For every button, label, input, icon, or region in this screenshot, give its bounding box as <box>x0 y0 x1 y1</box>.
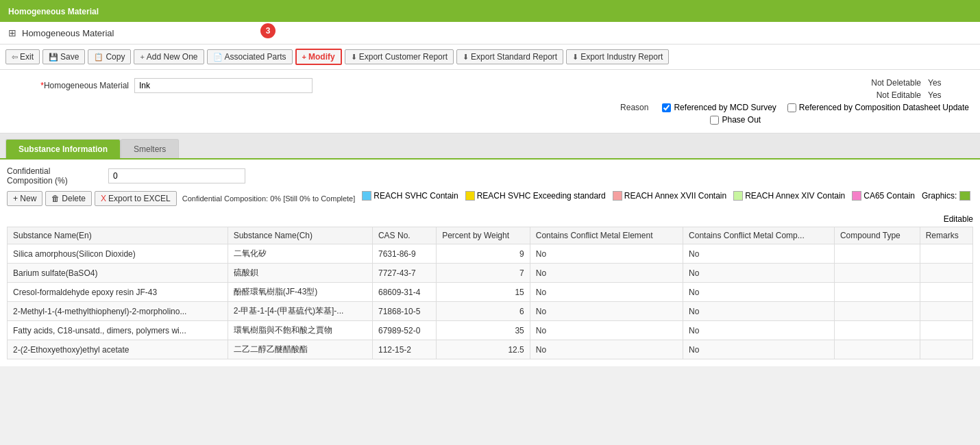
excel-icon: X <box>101 194 106 203</box>
tabs-container: Substance Information Smelters <box>0 134 980 158</box>
left-form: *Homogeneous Material <box>11 78 587 127</box>
add-new-button[interactable]: + Add New One <box>134 49 204 64</box>
cell-7 <box>920 244 972 264</box>
table-row[interactable]: 2-(2-Ethoxyethoxy)ethyl acetate二乙二醇乙醚醋酸酯… <box>8 340 973 359</box>
hm-label: *Homogeneous Material <box>11 78 134 90</box>
cell-0: 2-Methyl-1-(4-methylthiophenyl)-2-morpho… <box>8 302 228 321</box>
add-icon: + <box>140 53 144 61</box>
col-percent: Percent by Weight <box>437 227 530 244</box>
col-cas: CAS No. <box>372 227 436 244</box>
copy-button[interactable]: 📋 Copy <box>88 49 131 64</box>
export-excel-btn[interactable]: X Export to EXCEL <box>95 191 177 206</box>
cell-7 <box>920 340 972 359</box>
save-button[interactable]: 💾 Save <box>42 49 85 64</box>
reason-mcd-checkbox[interactable] <box>662 103 671 112</box>
legend-svhc-exceeding: REACH SVHC Exceeding standard <box>465 191 606 201</box>
cell-2: 112-15-2 <box>372 340 436 359</box>
cell-0: Silica amorphous(Silicon Dioxide) <box>8 244 228 264</box>
cell-3: 7 <box>437 264 530 283</box>
cell-4: No <box>530 321 683 340</box>
exit-button[interactable]: ⇦ Exit <box>5 49 40 64</box>
cell-3: 12.5 <box>437 340 530 359</box>
legend-ca65-box <box>852 191 861 201</box>
cell-3: 15 <box>437 283 530 302</box>
table-row[interactable]: 2-Methyl-1-(4-methylthiophenyl)-2-morpho… <box>8 302 973 321</box>
substance-table: Substance Name(En) Substance Name(Ch) CA… <box>7 227 973 359</box>
cell-1: 二氧化矽 <box>228 244 372 264</box>
table-row[interactable]: Barium sulfate(BaSO4)硫酸鋇7727-43-77NoNo <box>8 264 973 283</box>
phase-out-group: Phase Out <box>710 115 761 125</box>
graphics-box <box>959 191 970 201</box>
cell-2: 68609-31-4 <box>372 283 436 302</box>
modify-button[interactable]: + Modify <box>295 49 342 65</box>
legend-svhc-contain: REACH SVHC Contain <box>362 191 458 201</box>
cell-1: 2-甲基-1-[4-(甲基硫代)苯基]-... <box>228 302 372 321</box>
tab-smelters[interactable]: Smelters <box>121 139 179 158</box>
cell-1: 二乙二醇乙醚醋酸酯 <box>228 340 372 359</box>
not-deletable-value: Yes <box>928 78 969 88</box>
right-form: Not Deletable Yes Not Editable Yes Reaso… <box>587 78 969 127</box>
reason-row: Reason Referenced by MCD Survey Referenc… <box>587 103 969 112</box>
reason-composition-checkbox[interactable] <box>787 103 796 112</box>
cell-6 <box>834 340 920 359</box>
conf-comp-input[interactable] <box>108 168 245 183</box>
cell-1: 硫酸鋇 <box>228 264 372 283</box>
delete-btn[interactable]: 🗑 Delete <box>45 191 92 206</box>
hm-input[interactable] <box>134 78 313 93</box>
phase-out-checkbox[interactable] <box>710 116 719 125</box>
table-row[interactable]: Silica amorphous(Silicon Dioxide)二氧化矽763… <box>8 244 973 264</box>
tab-content-substance: ConfidentialComposition (%) + New 🗑 Dele… <box>0 158 980 366</box>
reason-checkboxes: Referenced by MCD Survey Referenced by C… <box>662 103 969 112</box>
subtoolbar: + New 🗑 Delete X Export to EXCEL Confide… <box>7 191 355 206</box>
col-remarks: Remarks <box>920 227 972 244</box>
parts-icon: 📄 <box>213 53 223 62</box>
cell-1: 酚醛環氧樹脂(JF-43型) <box>228 283 372 302</box>
reason-composition-label: Referenced by Composition Datasheet Upda… <box>799 103 969 112</box>
reason-mcd: Referenced by MCD Survey <box>662 103 776 112</box>
col-name-ch: Substance Name(Ch) <box>228 227 372 244</box>
export-industry-icon: ⬇ <box>572 53 578 62</box>
exit-icon: ⇦ <box>12 53 18 62</box>
new-btn[interactable]: + New <box>7 191 42 206</box>
table-row[interactable]: Cresol-formaldehyde epoxy resin JF-43酚醛環… <box>8 283 973 302</box>
cell-4: No <box>530 340 683 359</box>
cell-0: Cresol-formaldehyde epoxy resin JF-43 <box>8 283 228 302</box>
cell-6 <box>834 283 920 302</box>
form-grid: *Homogeneous Material Not Deletable Yes … <box>11 78 969 127</box>
export-industry-button[interactable]: ⬇ Export Industry Report <box>566 49 669 64</box>
associated-parts-button[interactable]: 📄 Associated Parts <box>207 49 293 64</box>
export-standard-icon: ⬇ <box>463 53 469 62</box>
title-bar: Homogeneous Material <box>0 0 980 22</box>
cell-7 <box>920 302 972 321</box>
tab-substance[interactable]: Substance Information <box>5 139 121 158</box>
legend-annex-14-box <box>733 191 743 201</box>
export-standard-button[interactable]: ⬇ Export Standard Report <box>456 49 563 64</box>
conf-info-text: Confidential Composition: 0% [Still 0% t… <box>182 194 356 203</box>
col-name-en: Substance Name(En) <box>8 227 228 244</box>
cell-5: No <box>683 244 835 264</box>
cell-7 <box>920 283 972 302</box>
cell-3: 35 <box>437 321 530 340</box>
copy-icon: 📋 <box>94 53 103 62</box>
cell-7 <box>920 321 972 340</box>
main-container: ⊞ Homogeneous Material 3 ⇦ Exit 💾 Save 📋… <box>0 22 980 366</box>
table-row[interactable]: Fatty acids, C18-unsatd., dimers, polyme… <box>8 321 973 340</box>
cell-5: No <box>683 321 835 340</box>
cell-5: No <box>683 283 835 302</box>
cell-6 <box>834 244 920 264</box>
delete-icon: 🗑 <box>51 194 60 203</box>
export-customer-button[interactable]: ⬇ Export Customer Report <box>345 49 454 64</box>
breadcrumb-bar: ⊞ Homogeneous Material 3 <box>0 22 980 44</box>
grid-icon: ⊞ <box>8 27 16 38</box>
legend-ca65: CA65 Contain <box>852 191 915 201</box>
phase-out-label: Phase Out <box>722 115 761 125</box>
not-editable-label: Not Editable <box>859 90 928 100</box>
cell-4: No <box>530 264 683 283</box>
modify-icon: + <box>302 53 306 61</box>
cell-6 <box>834 264 920 283</box>
editable-label-row: Editable <box>7 214 973 224</box>
save-icon: 💾 <box>49 53 58 62</box>
cell-4: No <box>530 302 683 321</box>
col-conflict-metal: Contains Conflict Metal Element <box>530 227 683 244</box>
cell-0: Fatty acids, C18-unsatd., dimers, polyme… <box>8 321 228 340</box>
